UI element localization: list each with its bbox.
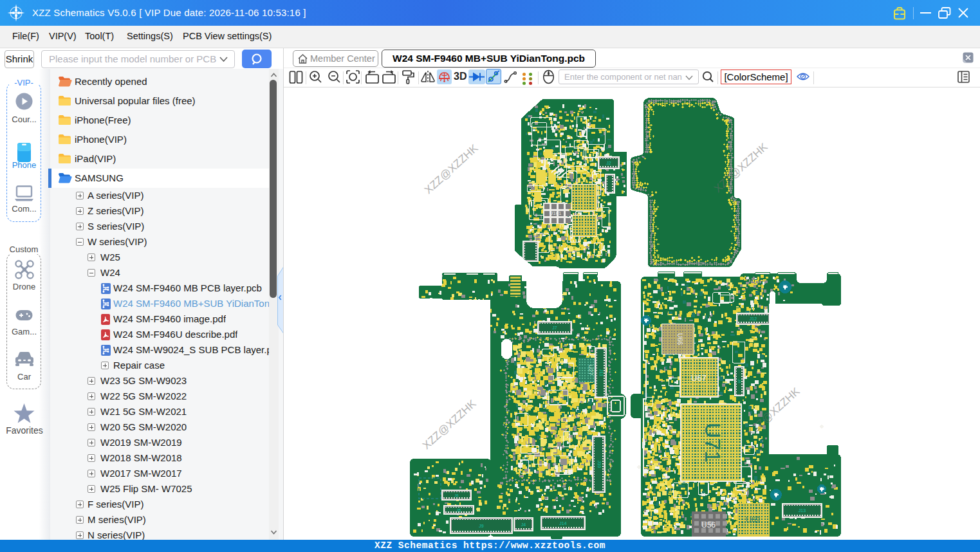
- svg-text:J8: J8: [737, 379, 741, 383]
- svg-text:U56: U56: [701, 520, 716, 529]
- svg-text:XZZ@XZZHK: XZZ@XZZHK: [422, 142, 481, 196]
- svg-text:J5: J5: [457, 508, 461, 512]
- svg-text:J2: J2: [606, 161, 611, 165]
- svg-text:U27: U27: [587, 365, 594, 376]
- svg-text:XZZ@XZZHK: XZZ@XZZHK: [420, 397, 479, 452]
- svg-text:J4: J4: [521, 522, 526, 527]
- svg-text:J6: J6: [454, 493, 459, 497]
- svg-text:J11: J11: [599, 369, 604, 376]
- svg-text:U71: U71: [701, 423, 725, 463]
- svg-text:U66: U66: [676, 333, 683, 345]
- svg-text:J14: J14: [559, 521, 566, 526]
- svg-text:J9: J9: [479, 524, 484, 528]
- svg-text:J13: J13: [799, 508, 806, 513]
- svg-text:J10: J10: [597, 461, 602, 468]
- svg-text:J7: J7: [552, 326, 557, 330]
- svg-text:U67: U67: [691, 373, 707, 383]
- svg-text:U101: U101: [549, 210, 562, 216]
- svg-text:U69: U69: [746, 515, 760, 524]
- svg-text:J12: J12: [750, 317, 757, 321]
